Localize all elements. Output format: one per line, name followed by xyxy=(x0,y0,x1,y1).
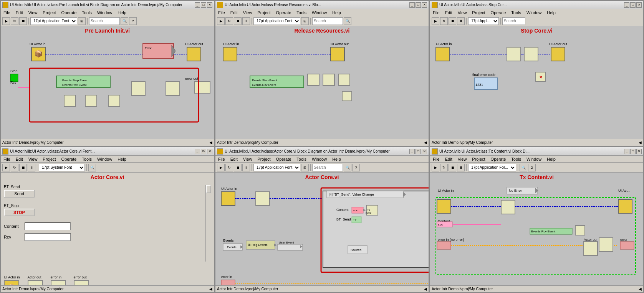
menu-edit-2[interactable]: Edit xyxy=(229,10,239,15)
window-controls-tx-content[interactable]: _ □ ✕ xyxy=(624,149,642,154)
search-btn-2[interactable]: 🔍 xyxy=(344,17,351,25)
status-arrow-actor-bd[interactable]: ◀ xyxy=(424,287,427,291)
scrollbar-fp[interactable] xyxy=(205,185,211,262)
minimize-button-pre-launch[interactable]: _ xyxy=(195,2,200,8)
font-dropdown-1[interactable]: 17pt Application Font xyxy=(30,17,77,25)
pause-btn-6[interactable]: ⏸ xyxy=(457,164,465,171)
menu-view-3[interactable]: View xyxy=(457,10,468,15)
menu-view-1[interactable]: View xyxy=(27,10,39,15)
window-controls-release[interactable]: _ □ ✕ xyxy=(409,2,427,8)
font-dropdown-2[interactable]: 17pt Application Font xyxy=(253,17,300,25)
menu-project-1[interactable]: Project xyxy=(41,10,57,15)
run-btn-3[interactable]: ▶ xyxy=(432,17,439,25)
content-input[interactable] xyxy=(25,222,71,230)
abort-btn-5[interactable]: ⏹ xyxy=(234,164,242,171)
minimize-button-tx[interactable]: _ xyxy=(624,149,629,154)
pause-btn-3[interactable]: ⏸ xyxy=(457,17,465,25)
menu-operate-2[interactable]: Operate xyxy=(275,10,293,15)
menu-tools-3[interactable]: Tools xyxy=(510,10,522,15)
run-continuous-btn-2[interactable]: ↻ xyxy=(225,17,233,25)
minimize-button-actor-fp[interactable]: _ xyxy=(195,149,200,154)
stop-button[interactable]: STOP xyxy=(4,209,35,216)
maximize-button-tx[interactable]: □ xyxy=(630,149,636,154)
menu-view-2[interactable]: View xyxy=(242,10,253,15)
menu-tools-5[interactable]: Tools xyxy=(295,157,308,161)
menu-tools-6[interactable]: Tools xyxy=(510,157,522,161)
close-button-actor-fp[interactable]: ✕ xyxy=(207,149,212,154)
search-input-5[interactable] xyxy=(312,164,343,171)
run-continuous-btn-4[interactable]: ↻ xyxy=(11,164,18,171)
status-arrow-release[interactable]: ◀ xyxy=(424,140,427,145)
minimize-button-release[interactable]: _ xyxy=(409,2,415,8)
run-btn-1[interactable]: ▶ xyxy=(2,17,10,25)
status-arrow-actor-fp[interactable]: ◀ xyxy=(209,287,212,291)
menu-window-5[interactable]: Window xyxy=(311,157,328,161)
maximize-button-actor-bd[interactable]: □ xyxy=(416,149,421,154)
font-dropdown-5[interactable]: 17pt Application Font xyxy=(253,164,300,171)
menu-file-3[interactable]: File xyxy=(432,10,441,15)
menu-file-6[interactable]: File xyxy=(432,157,441,161)
abort-btn-1[interactable]: ⏹ xyxy=(19,17,27,25)
menu-help-5[interactable]: Help xyxy=(331,157,342,161)
help-btn-1[interactable]: ? xyxy=(129,17,137,25)
menu-tools-4[interactable]: Tools xyxy=(81,157,93,161)
scrollbar-thumb[interactable] xyxy=(206,185,211,193)
help-btn-6[interactable]: 2 xyxy=(528,164,536,171)
search-input-3[interactable] xyxy=(502,17,525,25)
align-btn-2[interactable]: ⊞ xyxy=(301,17,309,25)
menu-tools-1[interactable]: Tools xyxy=(81,10,93,15)
menu-project-5[interactable]: Project xyxy=(256,157,272,161)
menu-operate-3[interactable]: Operate xyxy=(490,10,507,15)
window-controls-pre-launch[interactable]: _ □ ✕ xyxy=(195,2,212,8)
menu-window-1[interactable]: Window xyxy=(96,10,113,15)
search-input-1[interactable] xyxy=(89,17,120,25)
menu-view-4[interactable]: View xyxy=(27,157,39,161)
search-btn-5[interactable]: 🔍 xyxy=(344,164,351,171)
menu-project-6[interactable]: Project xyxy=(471,157,486,161)
menu-view-5[interactable]: View xyxy=(242,157,253,161)
menu-operate-1[interactable]: Operate xyxy=(60,10,78,15)
menu-operate-5[interactable]: Operate xyxy=(275,157,293,161)
run-btn-4[interactable]: ▶ xyxy=(2,164,10,171)
menu-file-5[interactable]: File xyxy=(217,157,226,161)
menu-help-4[interactable]: Help xyxy=(116,157,127,161)
close-button-release[interactable]: ✕ xyxy=(422,2,427,8)
run-btn-2[interactable]: ▶ xyxy=(217,17,225,25)
abort-btn-2[interactable]: ⏹ xyxy=(234,17,242,25)
pause-btn-4[interactable]: ⏸ xyxy=(28,164,35,171)
menu-window-3[interactable]: Window xyxy=(525,10,543,15)
abort-btn-3[interactable]: ⏹ xyxy=(449,17,456,25)
menu-window-6[interactable]: Window xyxy=(525,157,543,161)
pause-btn-5[interactable]: ⏸ xyxy=(242,164,250,171)
close-button-stop-core[interactable]: ✕ xyxy=(636,2,642,8)
menu-project-2[interactable]: Project xyxy=(256,10,272,15)
status-arrow-tx-content[interactable]: ◀ xyxy=(639,287,642,291)
font-dropdown-3[interactable]: 17pt Appl... xyxy=(468,17,499,25)
restore-button-actor-fp[interactable]: ⧉ xyxy=(201,149,206,154)
menu-view-6[interactable]: View xyxy=(457,157,468,161)
menu-operate-4[interactable]: Operate xyxy=(60,157,78,161)
menu-project-3[interactable]: Project xyxy=(471,10,486,15)
menu-edit-5[interactable]: Edit xyxy=(229,157,239,161)
window-controls-stop-core[interactable]: _ □ ✕ xyxy=(624,2,642,8)
menu-edit-6[interactable]: Edit xyxy=(444,157,454,161)
maximize-button-release[interactable]: □ xyxy=(416,2,421,8)
run-btn-6[interactable]: ▶ xyxy=(432,164,439,171)
status-arrow-pre-launch[interactable]: ◀ xyxy=(209,140,212,145)
run-continuous-btn-3[interactable]: ↻ xyxy=(440,17,448,25)
abort-btn-6[interactable]: ⏹ xyxy=(449,164,456,171)
menu-edit-4[interactable]: Edit xyxy=(15,157,24,161)
font-dropdown-4[interactable]: 17pt System Font xyxy=(39,164,85,171)
minimize-button-stop-core[interactable]: _ xyxy=(624,2,629,8)
abort-btn-4[interactable]: ⏹ xyxy=(19,164,27,171)
menu-edit-3[interactable]: Edit xyxy=(444,10,454,15)
zoom-btn-4[interactable]: 🔍 xyxy=(88,164,96,171)
maximize-button-stop-core[interactable]: □ xyxy=(630,2,636,8)
menu-window-2[interactable]: Window xyxy=(311,10,328,15)
menu-project-4[interactable]: Project xyxy=(41,157,57,161)
run-continuous-btn-5[interactable]: ↻ xyxy=(225,164,233,171)
window-controls-actor-core-fp[interactable]: _ ⧉ ✕ xyxy=(195,149,212,154)
align-btn-5[interactable]: ⊞ xyxy=(301,164,309,171)
search-btn-1[interactable]: 🔍 xyxy=(121,17,128,25)
menu-tools-2[interactable]: Tools xyxy=(295,10,308,15)
